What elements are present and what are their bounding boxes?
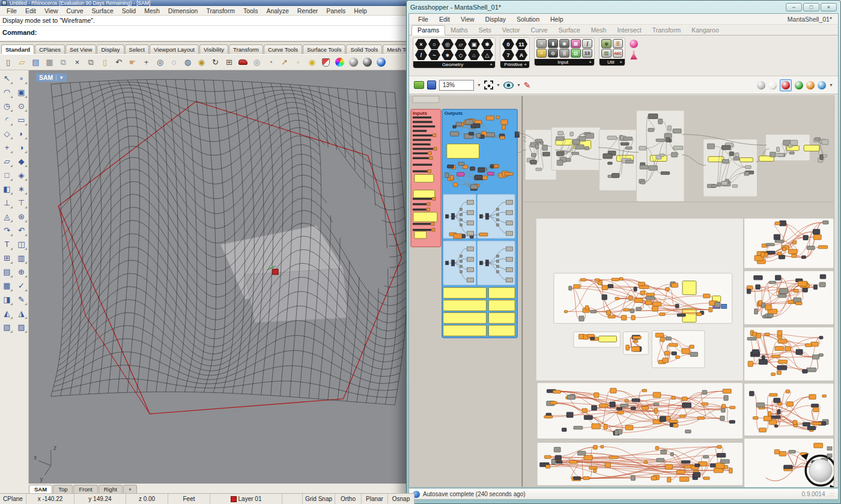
palette-tool-17-icon[interactable]: ∗: [14, 182, 28, 196]
toolbar-tab-curve-tools[interactable]: Curve Tools: [264, 44, 302, 54]
menu-tools[interactable]: Tools: [239, 7, 263, 14]
input-param-7-icon[interactable]: ≣: [559, 49, 569, 58]
maximize-button[interactable]: □: [803, 3, 819, 11]
toggle-osnap[interactable]: Osnap: [388, 494, 414, 504]
preview-gem-3-icon[interactable]: [795, 81, 803, 90]
util-param-3-icon[interactable]: ABC: [613, 49, 623, 58]
zoom-dropdown-icon[interactable]: ▼: [477, 83, 481, 87]
toggle-planar[interactable]: Planar: [362, 494, 388, 504]
gh-menu-help[interactable]: Help: [545, 16, 569, 23]
util-param-2-icon[interactable]: ▨: [601, 49, 612, 58]
palette-tool-0-icon[interactable]: ↖: [0, 71, 14, 85]
panel-group-bar[interactable]: Primitive+: [500, 61, 529, 68]
gh-menu-file[interactable]: File: [413, 16, 434, 23]
circle-tool-icon[interactable]: ◎: [250, 56, 263, 68]
named-view-icon[interactable]: [237, 56, 249, 68]
palette-tool-6-icon[interactable]: ◜: [0, 113, 14, 127]
menu-edit[interactable]: Edit: [21, 7, 40, 14]
gh-tab-vector[interactable]: Vector: [497, 26, 526, 35]
toolbar-tab-cplanes[interactable]: CPlanes: [35, 44, 65, 54]
palette-tool-3-icon[interactable]: ▣: [14, 85, 28, 99]
toolbar-tab-visibility[interactable]: Visibility: [199, 44, 228, 54]
viewport-tab-sam[interactable]: SAM: [29, 485, 52, 493]
undo-icon[interactable]: ↶: [112, 56, 125, 68]
palette-tool-25-icon[interactable]: ◫: [14, 237, 28, 251]
primitive-param-2-icon[interactable]: 7: [502, 50, 514, 60]
open-document-icon[interactable]: [414, 81, 424, 89]
menu-solid[interactable]: Solid: [118, 7, 140, 14]
pan-icon[interactable]: ☛: [126, 56, 139, 68]
gh-tab-intersect[interactable]: Intersect: [612, 26, 646, 35]
rhino-viewport[interactable]: SAM ▼ xyz: [29, 70, 414, 484]
palette-tool-15-icon[interactable]: ◈: [14, 168, 28, 182]
viewport-canvas[interactable]: xyz: [29, 70, 414, 484]
zoom-dynamic-icon[interactable]: ◎: [154, 56, 166, 68]
palette-tool-9-icon[interactable]: ◗: [14, 127, 28, 141]
toggle-ortho[interactable]: Ortho: [335, 494, 362, 504]
menu-help[interactable]: Help: [350, 7, 371, 14]
extents-dropdown-icon[interactable]: ▼: [496, 83, 500, 87]
geometry-param-4-icon[interactable]: ▣: [468, 39, 480, 49]
panel-group-bar[interactable]: Geometry+: [413, 61, 495, 68]
new-file-icon[interactable]: ▯: [2, 56, 14, 68]
palette-tool-18-icon[interactable]: ⊥: [0, 196, 14, 210]
palette-tool-13-icon[interactable]: ◆: [14, 154, 28, 168]
palette-tool-26-icon[interactable]: ⊞: [0, 251, 14, 265]
grasshopper-titlebar[interactable]: Grasshopper - MantaShell_01* –□×: [407, 1, 840, 13]
toolbar-tab-select[interactable]: Select: [125, 44, 149, 54]
gh-tab-sets[interactable]: Sets: [473, 26, 497, 35]
preview-gem-2-icon[interactable]: [782, 81, 790, 90]
gh-tab-transform[interactable]: Transform: [647, 26, 686, 35]
gh-tab-curve[interactable]: Curve: [526, 26, 553, 35]
zoom-extents-icon[interactable]: [484, 80, 493, 90]
input-param-9-icon[interactable]: 13: [582, 49, 592, 58]
panel-group-bar[interactable]: Input+: [535, 59, 594, 65]
geometry-param-3-icon[interactable]: ▱: [455, 39, 467, 49]
gh-menu-solution[interactable]: Solution: [511, 16, 545, 23]
sketch-pencil-icon[interactable]: ✎: [524, 81, 531, 90]
viewport-tab-top[interactable]: Top: [53, 485, 73, 493]
menu-mesh[interactable]: Mesh: [140, 7, 164, 14]
toggle-grid-snap[interactable]: Grid Snap: [303, 494, 335, 504]
rendered-sphere-icon[interactable]: [361, 56, 374, 68]
palette-tool-37-icon[interactable]: ▨: [14, 320, 28, 334]
palette-tool-21-icon[interactable]: ⊛: [14, 210, 28, 223]
palette-tool-7-icon[interactable]: ▭: [14, 113, 28, 127]
zoom-selected-icon[interactable]: ◍: [181, 56, 194, 68]
panel-group-expand-icon[interactable]: +: [619, 59, 622, 65]
gh-tab-maths[interactable]: Maths: [445, 26, 473, 35]
toolbar-tab-transform[interactable]: Transform: [229, 44, 263, 54]
shaded-sphere-icon[interactable]: [347, 56, 360, 68]
input-param-2-icon[interactable]: ◉: [559, 39, 569, 48]
geometry-param-9-icon[interactable]: ◇: [455, 50, 467, 60]
canvas-scrollbar[interactable]: [834, 95, 838, 487]
primitive-param-3-icon[interactable]: A: [515, 50, 527, 60]
y-coordinate[interactable]: y 149.24: [74, 494, 126, 504]
shield-icon[interactable]: [320, 56, 332, 68]
palette-tool-32-icon[interactable]: ◨: [0, 293, 14, 306]
arc-tool-icon[interactable]: ◔: [264, 56, 277, 68]
primitive-param-0-icon[interactable]: 0: [502, 39, 514, 49]
panel-group-expand-icon[interactable]: +: [524, 62, 527, 67]
bulb-icon[interactable]: ◉: [306, 56, 318, 68]
z-coordinate[interactable]: z 0.00: [126, 494, 168, 504]
print-icon[interactable]: ▦: [43, 56, 56, 68]
geometry-param-1-icon[interactable]: ○: [428, 39, 440, 49]
util-param-1-icon[interactable]: ≣: [613, 39, 623, 48]
chevron-down-icon[interactable]: ▼: [56, 75, 64, 80]
palette-tool-8-icon[interactable]: ◇: [0, 127, 14, 141]
menu-surface[interactable]: Surface: [88, 7, 118, 14]
preview-dropdown-icon[interactable]: ▼: [517, 83, 521, 87]
toolbar-tab-set-view[interactable]: Set View: [65, 44, 96, 54]
copy-icon[interactable]: ⧉: [85, 56, 97, 68]
paste-icon[interactable]: ▯: [99, 56, 111, 68]
minimize-button[interactable]: –: [786, 3, 802, 11]
gh-tab-kangaroo[interactable]: Kangaroo: [686, 26, 724, 35]
palette-tool-30-icon[interactable]: ▦: [0, 279, 14, 293]
viewport-tab-new[interactable]: +: [123, 485, 138, 493]
util-param-0-icon[interactable]: ψ: [601, 39, 612, 48]
preview-gem-1-icon[interactable]: [768, 81, 777, 90]
layer-button[interactable]: Layer 01: [210, 494, 282, 504]
viewport-tab-front[interactable]: Front: [73, 485, 97, 493]
viewport-tab-right[interactable]: Right: [99, 485, 123, 493]
